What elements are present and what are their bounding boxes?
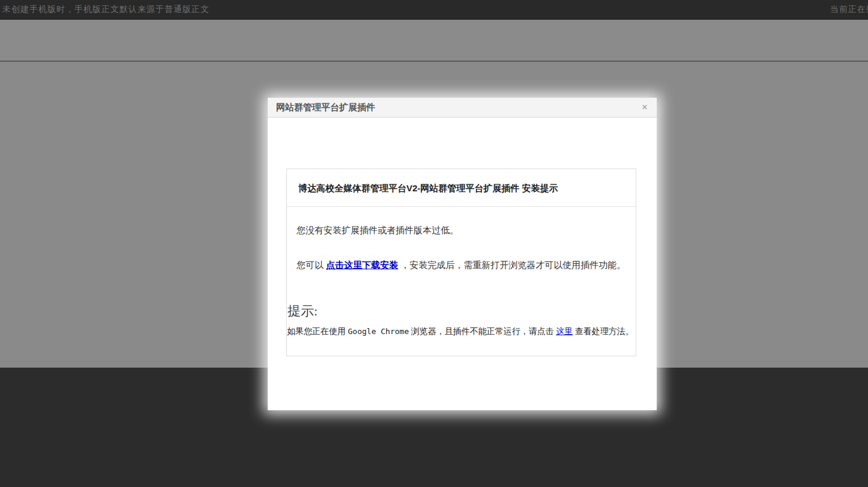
tip-text-prefix: 如果您正在使用 — [287, 327, 348, 336]
top-toolbar: 未创建手机版时，手机版正文默认来源于普通版正文 当前正在编辑 — [0, 0, 868, 20]
tip-heading: 提示: — [288, 302, 318, 320]
help-link[interactable]: 这里 — [556, 327, 573, 336]
panel-divider — [287, 206, 636, 207]
close-icon[interactable]: × — [639, 98, 651, 117]
install-notice-panel: 博达高校全媒体群管理平台V2-网站群管理平台扩展插件 安装提示 您没有安装扩展插… — [286, 169, 636, 356]
notice-line-missing-plugin: 您没有安装扩展插件或者插件版本过低。 — [297, 225, 459, 236]
download-install-link[interactable]: 点击这里下载安装 — [326, 260, 398, 270]
plugin-dialog: 网站群管理平台扩展插件 × 博达高校全媒体群管理平台V2-网站群管理平台扩展插件… — [268, 98, 657, 410]
download-line-suffix: ，安装完成后，需重新打开浏览器才可以使用插件功能。 — [398, 260, 625, 270]
download-line-prefix: 您可以 — [297, 260, 326, 270]
page-header-band — [0, 20, 868, 62]
notice-line-download: 您可以 点击这里下载安装 ，安装完成后，需重新打开浏览器才可以使用插件功能。 — [297, 260, 625, 271]
tip-text: 如果您正在使用 Google Chrome 浏览器，且插件不能正常运行，请点击 … — [287, 326, 634, 337]
notice-heading: 博达高校全媒体群管理平台V2-网站群管理平台扩展插件 安装提示 — [298, 183, 558, 194]
tip-text-suffix: 查看处理方法。 — [573, 327, 634, 336]
tip-browser-name: Google Chrome — [348, 327, 409, 336]
dialog-title: 网站群管理平台扩展插件 — [276, 98, 375, 117]
tip-text-middle: 浏览器，且插件不能正常运行，请点击 — [409, 327, 556, 336]
topbar-status-text: 当前正在编辑 — [830, 4, 868, 15]
dialog-titlebar: 网站群管理平台扩展插件 × — [268, 98, 657, 118]
topbar-hint-text: 未创建手机版时，手机版正文默认来源于普通版正文 — [2, 4, 209, 15]
